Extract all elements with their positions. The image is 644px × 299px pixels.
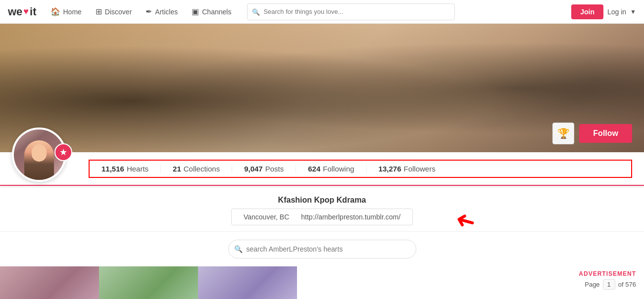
stats-row: 11,516 Hearts 21 Collections 9,047 Posts…	[89, 160, 632, 178]
bottom-right: ADVERTISEMENT Page 1 of 576	[571, 266, 644, 294]
followers-label: Followers	[404, 165, 436, 173]
follow-button[interactable]: Follow	[579, 124, 632, 143]
stat-following[interactable]: 624 Following	[296, 165, 366, 173]
dropdown-icon[interactable]: ▼	[630, 8, 636, 15]
nav-home-label: Home	[63, 8, 82, 16]
followers-number: 13,276	[379, 165, 401, 173]
thumbnail-2	[99, 266, 198, 299]
nav-actions: Join Log in ▼	[571, 4, 636, 19]
profile-bar: ★ 11,516 Hearts 21 Collections 9,047 Pos…	[0, 152, 644, 186]
bio-section: Kfashion Kpop Kdrama Vancouver, BC http:…	[0, 186, 644, 232]
navbar: we♥it 🏠 Home ⊞ Discover ✒ Articles ▣ Cha…	[0, 0, 644, 24]
search-hearts-input[interactable]	[228, 240, 416, 258]
page-label: Page	[585, 281, 599, 288]
bottom-area: ADVERTISEMENT Page 1 of 576	[0, 266, 644, 299]
avatar-face	[32, 144, 47, 162]
posts-label: Posts	[265, 165, 284, 173]
annotation-arrow: ➜	[452, 204, 479, 236]
star-badge: ★	[54, 143, 72, 161]
bio-location-row: Vancouver, BC http://amberlpreston.tumbl…	[231, 209, 413, 225]
logo-heart-icon: ♥	[23, 6, 29, 17]
home-icon: 🏠	[50, 7, 60, 16]
join-button[interactable]: Join	[571, 4, 603, 19]
image-grid	[0, 266, 297, 299]
bio-location: Vancouver, BC	[244, 213, 289, 221]
articles-icon: ✒	[146, 7, 152, 16]
trophy-button[interactable]: 🏆	[552, 123, 574, 144]
posts-number: 9,047	[244, 165, 263, 173]
nav-home[interactable]: 🏠 Home	[45, 0, 88, 24]
profile-cover-actions: 🏆 Follow	[552, 123, 632, 144]
search-hearts: 🔍	[228, 240, 416, 258]
nav-articles-label: Articles	[155, 8, 178, 16]
nav-discover-label: Discover	[105, 8, 132, 16]
collections-number: 21	[173, 165, 181, 173]
nav-articles[interactable]: ✒ Articles	[140, 0, 184, 24]
stat-followers[interactable]: 13,276 Followers	[367, 165, 447, 173]
search-bar: 🔍	[247, 3, 455, 20]
cover-photo: Amber P 🏆 Follow	[0, 24, 644, 152]
search-icon: 🔍	[252, 8, 260, 15]
nav-channels[interactable]: ▣ Channels	[186, 0, 237, 24]
search-hearts-icon: 🔍	[234, 245, 243, 253]
logo-we: we	[8, 5, 22, 18]
search-input[interactable]	[247, 3, 455, 20]
stat-collections[interactable]: 21 Collections	[161, 165, 232, 173]
thumbnail-3	[198, 266, 297, 299]
logo-it: it	[30, 5, 36, 18]
channels-icon: ▣	[192, 7, 199, 16]
collections-label: Collections	[184, 165, 220, 173]
nav-channels-label: Channels	[202, 8, 231, 16]
following-label: Following	[323, 165, 354, 173]
following-number: 624	[308, 165, 320, 173]
discover-icon: ⊞	[96, 7, 102, 16]
page-number: 1	[603, 279, 615, 290]
page-total: of 576	[618, 281, 636, 288]
page-nav: Page 1 of 576	[585, 279, 636, 290]
thumbnail-1	[0, 266, 99, 299]
search-hearts-wrap: 🔍	[0, 232, 644, 266]
login-button[interactable]: Log in	[607, 8, 626, 16]
hearts-number: 11,516	[101, 165, 124, 173]
logo[interactable]: we♥it	[8, 5, 37, 18]
stat-posts[interactable]: 9,047 Posts	[232, 165, 296, 173]
bio-website[interactable]: http://amberlpreston.tumblr.com/	[301, 213, 400, 221]
arrow-area: Vancouver, BC http://amberlpreston.tumbl…	[0, 209, 644, 225]
avatar-person	[24, 140, 54, 180]
hearts-label: Hearts	[127, 165, 149, 173]
ad-label: ADVERTISEMENT	[579, 270, 636, 277]
bio-tagline: Kfashion Kpop Kdrama	[278, 196, 366, 205]
nav-discover[interactable]: ⊞ Discover	[90, 0, 138, 24]
cover-overlay	[0, 24, 644, 152]
stat-hearts[interactable]: 11,516 Hearts	[90, 165, 161, 173]
